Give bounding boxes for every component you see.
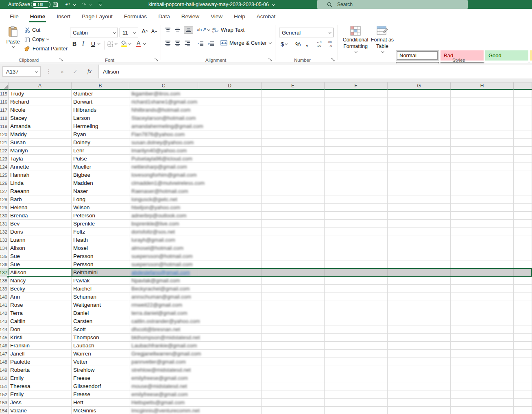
cell-G119[interactable] — [388, 122, 451, 130]
cell-C118[interactable]: Staceylarson@hotmail.com — [129, 114, 198, 122]
cell-E149[interactable] — [262, 366, 325, 374]
cell-H142[interactable] — [451, 309, 514, 317]
font-dialog-launcher[interactable] — [155, 58, 159, 63]
cell-H150[interactable] — [451, 374, 514, 382]
cell-H123[interactable] — [451, 155, 514, 163]
cell-B125[interactable]: Bigbee — [72, 171, 129, 179]
cell-F122[interactable] — [325, 147, 388, 155]
cell-H122[interactable] — [451, 147, 514, 155]
bold-button[interactable]: B — [72, 41, 76, 47]
cell-F147[interactable] — [325, 350, 388, 358]
cell-F133[interactable] — [325, 236, 388, 244]
cell-F117[interactable] — [325, 106, 388, 114]
cell-A149[interactable]: Roberta — [9, 366, 72, 374]
cell-style-normal[interactable]: Normal — [396, 50, 439, 61]
cell-B135[interactable]: Persson — [72, 252, 129, 260]
tab-home[interactable]: Home — [24, 9, 51, 24]
cell-C128[interactable]: longusck@gwtc.net — [129, 195, 198, 204]
merge-center-button[interactable]: Merge & Center — [220, 40, 271, 46]
cell-A140[interactable]: Ann — [9, 293, 72, 301]
cell-E116[interactable] — [262, 98, 325, 106]
cell-I135[interactable] — [514, 252, 532, 260]
cell-I128[interactable] — [514, 195, 532, 204]
cell-A146[interactable]: Franklin — [9, 342, 72, 350]
cell-G141[interactable] — [388, 301, 451, 309]
cell-A128[interactable]: Barb — [9, 195, 72, 204]
cell-H144[interactable] — [451, 325, 514, 334]
cell-E154[interactable] — [262, 407, 325, 414]
cell-I147[interactable] — [514, 350, 532, 358]
cell-I124[interactable] — [514, 163, 532, 171]
redo-dropdown[interactable] — [88, 0, 93, 9]
row-header-118[interactable]: 118 — [0, 114, 9, 122]
cell-H133[interactable] — [451, 236, 514, 244]
font-color-dropdown[interactable] — [143, 43, 145, 45]
cell-C140[interactable]: annschuman@gmail.com — [129, 293, 198, 301]
cell-A121[interactable]: Susan — [9, 139, 72, 147]
cell-B145[interactable]: Thompson — [72, 334, 129, 342]
cell-A131[interactable]: Bev — [9, 220, 72, 228]
cell-H116[interactable] — [451, 98, 514, 106]
tab-data[interactable]: Data — [153, 9, 176, 24]
cell-G150[interactable] — [388, 374, 451, 382]
cell-F136[interactable] — [325, 260, 388, 269]
autosave-toggle[interactable]: Off — [31, 1, 50, 8]
cell-H138[interactable] — [451, 277, 514, 285]
cell-C132[interactable]: dorisfoltz@sos.net — [129, 228, 198, 236]
cell-C152[interactable]: emilyfreese@gmail.com — [129, 390, 198, 399]
row-header-129[interactable]: 129 — [0, 204, 9, 212]
increase-indent-button[interactable] — [208, 41, 214, 46]
row-header-148[interactable]: 148 — [0, 358, 9, 366]
cancel-button[interactable]: × — [57, 67, 68, 76]
cell-I117[interactable] — [514, 106, 532, 114]
cell-G123[interactable] — [388, 155, 451, 163]
row-header-136[interactable]: 136 — [0, 260, 9, 269]
cell-I149[interactable] — [514, 366, 532, 374]
cell-E124[interactable] — [262, 163, 325, 171]
cell-E132[interactable] — [262, 228, 325, 236]
cell-C115[interactable]: tkgamber@itros.com — [129, 90, 198, 98]
cell-F137[interactable] — [325, 269, 388, 277]
cell-C145[interactable]: bkthompson@midstatesd.net — [129, 334, 198, 342]
tab-page-layout[interactable]: Page Layout — [76, 9, 118, 24]
cell-B138[interactable]: Pavlak — [72, 277, 129, 285]
cell-B124[interactable]: Mueller — [72, 163, 129, 171]
align-left-button[interactable] — [165, 41, 170, 46]
italic-button[interactable]: I — [82, 41, 84, 47]
cell-A135[interactable]: Sue — [9, 252, 72, 260]
cell-C153[interactable]: Hettspetts@gmail.com — [129, 399, 198, 407]
tab-formulas[interactable]: Formulas — [118, 9, 153, 24]
row-header-120[interactable]: 120 — [0, 130, 9, 139]
cell-I122[interactable] — [514, 147, 532, 155]
cell-I130[interactable] — [514, 212, 532, 220]
column-header-A[interactable]: A — [9, 82, 72, 90]
cell-style-neutral[interactable]: Neutral — [530, 50, 532, 61]
font-color-button[interactable]: A — [136, 40, 141, 47]
cell-E147[interactable] — [262, 350, 325, 358]
cell-G118[interactable] — [388, 114, 451, 122]
cell-F153[interactable] — [325, 399, 388, 407]
cell-C137[interactable]: abdestefano@gmail.com — [129, 269, 198, 277]
cell-C142[interactable]: terra.daniel@gmail.com — [129, 309, 198, 317]
cell-B139[interactable]: Raichel — [72, 285, 129, 293]
cell-F151[interactable] — [325, 382, 388, 390]
column-header-B[interactable]: B — [72, 82, 129, 90]
cell-C135[interactable]: suepersson@hotmail.com — [129, 252, 198, 260]
cell-E138[interactable] — [262, 277, 325, 285]
cell-F139[interactable] — [325, 285, 388, 293]
cell-F146[interactable] — [325, 342, 388, 350]
cell-H120[interactable] — [451, 130, 514, 139]
orientation-button[interactable]: ab — [197, 27, 209, 32]
tab-view[interactable]: View — [205, 9, 228, 24]
borders-button[interactable] — [107, 41, 113, 47]
cell-G124[interactable] — [388, 163, 451, 171]
cell-style-good[interactable]: Good — [485, 50, 528, 61]
cell-E139[interactable] — [262, 285, 325, 293]
cell-E143[interactable] — [262, 317, 325, 325]
row-header-132[interactable]: 132 — [0, 228, 9, 236]
cell-E141[interactable] — [262, 301, 325, 309]
cell-G132[interactable] — [388, 228, 451, 236]
cell-I120[interactable] — [514, 130, 532, 139]
cell-C139[interactable]: Beckyrachel@gmail.com — [129, 285, 198, 293]
cell-A126[interactable]: Linda — [9, 179, 72, 187]
